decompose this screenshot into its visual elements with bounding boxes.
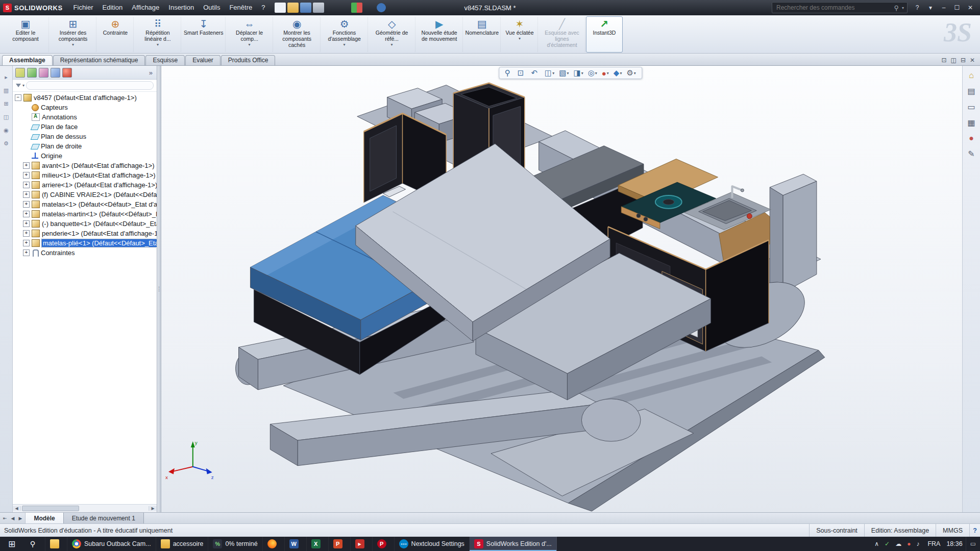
reference-geometry-button[interactable]: ◇ Géométrie de réfé... ▾: [369, 16, 415, 53]
cloud-icon[interactable]: ☁: [895, 540, 901, 547]
menu-item[interactable]: Outils: [199, 0, 225, 15]
start-button[interactable]: ⊞: [0, 537, 23, 551]
view-tool-caret-icon[interactable]: ▾: [595, 71, 597, 76]
exploded-view-button[interactable]: ✶ Vue éclatée ▾: [501, 16, 538, 53]
tree-item[interactable]: + milieu<1> (Défaut<Etat d'affichage-1>): [13, 170, 157, 180]
tree-item[interactable]: − v8457 (Défaut<Etat d'affichage-1>): [13, 93, 157, 103]
filter-field[interactable]: [26, 81, 154, 90]
minimize-button[interactable]: –: [937, 0, 950, 15]
left-toolbar-icon-5[interactable]: ◉: [4, 127, 9, 134]
bill-of-materials-button[interactable]: ▤ Nomenclature ▾: [463, 16, 501, 53]
model-tab[interactable]: Modèle: [26, 513, 63, 523]
displaymanager-tab[interactable]: [62, 68, 72, 78]
file-explorer-tab[interactable]: ▭: [967, 102, 975, 112]
propertymanager-tab[interactable]: [27, 68, 37, 78]
show-hidden-components-button[interactable]: ◉ Montrer les composants cachés ▾: [274, 16, 321, 53]
filter-caret-icon[interactable]: ▾: [22, 83, 24, 88]
taskbar-pinterest-button[interactable]: [373, 537, 395, 551]
expander-icon[interactable]: +: [23, 172, 30, 179]
tab-esquisse[interactable]: Esquisse: [145, 55, 185, 65]
close-document-icon[interactable]: ✕: [970, 57, 975, 64]
expander-icon[interactable]: +: [23, 191, 30, 198]
view-tool-caret-icon[interactable]: ▾: [620, 71, 622, 76]
menu-item[interactable]: Insertion: [164, 0, 199, 15]
left-toolbar-icon-3[interactable]: ⊞: [4, 101, 8, 107]
tab-produits-office[interactable]: Produits Office: [221, 55, 275, 65]
dimxpertmanager-tab[interactable]: [51, 68, 60, 78]
taskbar-excel-button[interactable]: [307, 537, 329, 551]
zoom-fit-button[interactable]: ⚲ ▾: [503, 68, 514, 78]
linear-pattern-button[interactable]: ⠿ Répétition linéaire d... ▾: [134, 16, 181, 53]
help-menu-button[interactable]: ?: [911, 0, 924, 15]
menu-item[interactable]: Fichier: [69, 0, 98, 15]
graphics-area[interactable]: x y z: [161, 66, 962, 512]
undo-button[interactable]: [326, 3, 337, 13]
options-button[interactable]: [364, 3, 375, 13]
nextcloud-sync-icon[interactable]: ✓: [885, 540, 890, 547]
new-motion-study-button[interactable]: ▶ Nouvelle étude de mouvement ▾: [416, 16, 463, 53]
search-input[interactable]: [775, 4, 891, 12]
scroll-right-icon[interactable]: ▶: [149, 506, 157, 511]
prev-tab-button[interactable]: ◀: [10, 516, 16, 521]
help-caret[interactable]: ▾: [924, 0, 937, 15]
dropdown-caret-icon[interactable]: ▾: [249, 42, 251, 47]
rebuild-button[interactable]: [351, 3, 362, 13]
tile-documents-icon[interactable]: ◫: [951, 57, 957, 64]
insert-components-button[interactable]: ⊞ Insérer des composants ▾: [50, 16, 96, 53]
view-settings-button[interactable]: ⚙ ▾: [625, 68, 637, 78]
expander-icon[interactable]: −: [15, 94, 21, 101]
expander-icon[interactable]: +: [23, 182, 30, 188]
taskbar-file-explorer-button[interactable]: [45, 537, 67, 551]
view-orientation-button[interactable]: ▧ ▾: [557, 68, 570, 78]
tree-item[interactable]: + penderie<1> (Défaut<Etat d'affichage-1…: [13, 229, 157, 238]
help-button[interactable]: [377, 3, 386, 12]
tree-item[interactable]: Plan de dessus: [13, 132, 157, 141]
taskbar-firefox-button[interactable]: [263, 537, 285, 551]
tree-item[interactable]: Annotations: [13, 112, 157, 122]
assembly-features-button[interactable]: ⚙ Fonctions d'assemblage ▾: [321, 16, 368, 53]
status-help-icon[interactable]: ?: [969, 524, 980, 537]
taskbar-progress-button[interactable]: % 0% terminé: [208, 537, 262, 551]
tree-item[interactable]: Plan de face: [13, 122, 157, 132]
expander-icon[interactable]: +: [23, 162, 30, 169]
graphics-viewport[interactable]: x y z ⚲ ▾ ⊡ ▾ ↶ ▾ ◫: [161, 66, 962, 512]
minimize-document-icon[interactable]: ⊟: [961, 57, 966, 64]
zoom-to-area-button[interactable]: ⊡ ▾: [516, 68, 528, 78]
taskbar-solidworks-button[interactable]: SolidWorks Edition d'...: [470, 537, 557, 551]
scrollbar-thumb[interactable]: [22, 506, 79, 511]
tree-item[interactable]: + (-) banquette<1> (Défaut<<Défaut>_Etat…: [13, 219, 157, 229]
hide-show-items-button[interactable]: ◎ ▾: [586, 68, 599, 78]
select-cursor-button[interactable]: [338, 3, 350, 13]
tree-item[interactable]: + Contraintes: [13, 248, 157, 258]
taskbar-chrome-subaru-button[interactable]: Subaru Outback Cam...: [67, 537, 156, 551]
left-toolbar-icon-1[interactable]: ▸: [5, 74, 8, 81]
left-toolbar-icon-6[interactable]: ⚙: [4, 140, 9, 147]
previous-view-button[interactable]: ↶ ▾: [529, 68, 542, 78]
configurationmanager-tab[interactable]: [39, 68, 48, 78]
dropdown-caret-icon[interactable]: ▾: [72, 42, 74, 47]
new-document-button[interactable]: [275, 3, 286, 13]
edit-appearance-button[interactable]: ● ▾: [600, 69, 610, 78]
expander-icon[interactable]: +: [23, 240, 30, 246]
open-button[interactable]: [287, 3, 299, 13]
volume-icon[interactable]: ♪: [916, 540, 919, 547]
mate-button[interactable]: ⊕ Contrainte ▾: [97, 16, 134, 53]
print-button[interactable]: [313, 3, 324, 13]
menu-item[interactable]: Edition: [98, 0, 128, 15]
view-palette-tab[interactable]: ▦: [967, 118, 975, 128]
taskbar-folder-accessoire-button[interactable]: accessoire: [156, 537, 209, 551]
menu-item[interactable]: ?: [257, 0, 270, 15]
search-caret-icon[interactable]: ▾: [902, 6, 904, 10]
menu-item[interactable]: Affichage: [127, 0, 164, 15]
next-tab-button[interactable]: ▶: [17, 516, 23, 521]
smart-fasteners-button[interactable]: ↧ Smart Fasteners ▾: [182, 16, 226, 53]
edit-component-button[interactable]: ▣ Editer le composant ▾: [2, 16, 49, 53]
taskbar-nextcloud-button[interactable]: Nextcloud Settings: [395, 537, 470, 551]
custom-properties-tab[interactable]: ✎: [968, 149, 974, 159]
explode-line-sketch-button[interactable]: ╱ Esquisse avec lignes d'éclatement ▾: [538, 16, 585, 53]
taskbar-word-button[interactable]: [285, 537, 307, 551]
view-tool-caret-icon[interactable]: ▾: [552, 71, 554, 76]
panel-horizontal-scrollbar[interactable]: ◀ ▶: [13, 504, 157, 512]
tree-item[interactable]: + (f) CABINE VRAIE2<1> (Défaut<<Défaut>.…: [13, 190, 157, 199]
solidworks-resources-tab[interactable]: ⌂: [969, 71, 974, 80]
